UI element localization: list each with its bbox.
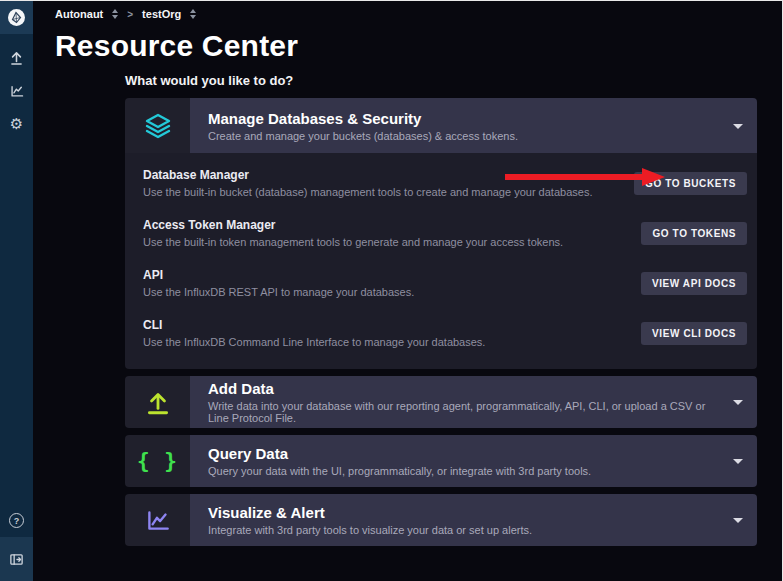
nav-data-explorer[interactable] [0,74,33,107]
prompt-heading: What would you like to do? [125,73,782,88]
panel-query-data-description: Query your data with the UI, programmati… [208,465,723,477]
row-description: Use the built-in bucket (database) manag… [143,186,592,198]
page-title: Resource Center [55,29,782,63]
panel-visualize-alert: Visualize & Alert Integrate with 3rd par… [125,494,757,546]
row-title: CLI [143,318,485,332]
panel-add-data: Add Data Write data into your database w… [125,376,757,428]
panel-visualize-alert-description: Integrate with 3rd party tools to visual… [208,524,723,536]
breadcrumb-org[interactable]: testOrg [142,8,181,20]
panel-manage-databases: Manage Databases & Security Create and m… [125,98,757,369]
panel-add-data-title: Add Data [208,380,723,397]
breadcrumb-separator: > [127,9,133,20]
view-cli-docs-button[interactable]: VIEW CLI DOCS [641,322,747,345]
account-switcher-icon[interactable] [112,9,118,19]
upload-icon [8,49,25,66]
panel-query-data: { } Query Data Query your data with the … [125,435,757,487]
accordion-list: Manage Databases & Security Create and m… [125,98,757,546]
row-description: Use the InfluxDB Command Line Interface … [143,336,485,348]
panel-query-data-header[interactable]: { } Query Data Query your data with the … [125,435,757,487]
panel-manage-description: Create and manage your buckets (database… [208,130,723,142]
go-to-buckets-button[interactable]: GO TO BUCKETS [634,172,747,195]
chevron-down-icon[interactable] [733,124,743,129]
braces-icon: { } [125,435,190,487]
nav-bottom-group: ? [0,504,33,581]
org-switcher-icon[interactable] [190,9,196,19]
panel-visualize-alert-title: Visualize & Alert [208,504,723,521]
row-api: API Use the InfluxDB REST API to manage … [125,258,757,308]
help-icon: ? [9,513,24,528]
left-nav-rail: ⚙ ? [0,1,33,581]
row-access-token-manager: Access Token Manager Use the built-in to… [125,208,757,258]
breadcrumb-account[interactable]: Autonaut [55,8,103,20]
nav-settings[interactable]: ⚙ [0,107,33,140]
chevron-down-icon[interactable] [733,400,743,405]
panel-query-data-title: Query Data [208,445,723,462]
chevron-down-icon[interactable] [733,518,743,523]
panel-add-data-description: Write data into your database with our r… [208,400,723,424]
row-database-manager: Database Manager Use the built-in bucket… [125,158,757,208]
chart-icon [125,494,190,546]
upload-data-icon [125,376,190,428]
gear-icon: ⚙ [10,116,23,131]
row-cli: CLI Use the InfluxDB Command Line Interf… [125,308,757,358]
layers-icon [125,98,190,153]
nav-help[interactable]: ? [0,504,33,537]
resource-center-page: ⚙ ? Autonaut > testOrg [0,0,783,581]
nav-icon-group: ⚙ [0,41,33,140]
panel-add-data-header[interactable]: Add Data Write data into your database w… [125,376,757,428]
influxdb-logo-icon [7,8,26,27]
row-title: API [143,268,414,282]
influxdb-logo[interactable] [0,1,33,34]
expand-sidebar-icon [9,552,24,567]
panel-manage-title: Manage Databases & Security [208,110,723,127]
panel-manage-header[interactable]: Manage Databases & Security Create and m… [125,98,757,153]
view-api-docs-button[interactable]: VIEW API DOCS [641,272,747,295]
row-description: Use the InfluxDB REST API to manage your… [143,286,414,298]
panel-visualize-alert-header[interactable]: Visualize & Alert Integrate with 3rd par… [125,494,757,546]
panel-manage-body: Database Manager Use the built-in bucket… [125,153,757,369]
row-title: Database Manager [143,168,592,182]
line-chart-icon [9,83,25,99]
breadcrumb: Autonaut > testOrg [33,1,782,27]
go-to-tokens-button[interactable]: GO TO TOKENS [641,222,747,245]
row-title: Access Token Manager [143,218,563,232]
chevron-down-icon[interactable] [733,459,743,464]
nav-expand-toggle[interactable] [0,537,33,581]
main-content: Autonaut > testOrg Resource Center What … [33,1,782,581]
nav-load-data[interactable] [0,41,33,74]
row-description: Use the built-in token management tools … [143,236,563,248]
